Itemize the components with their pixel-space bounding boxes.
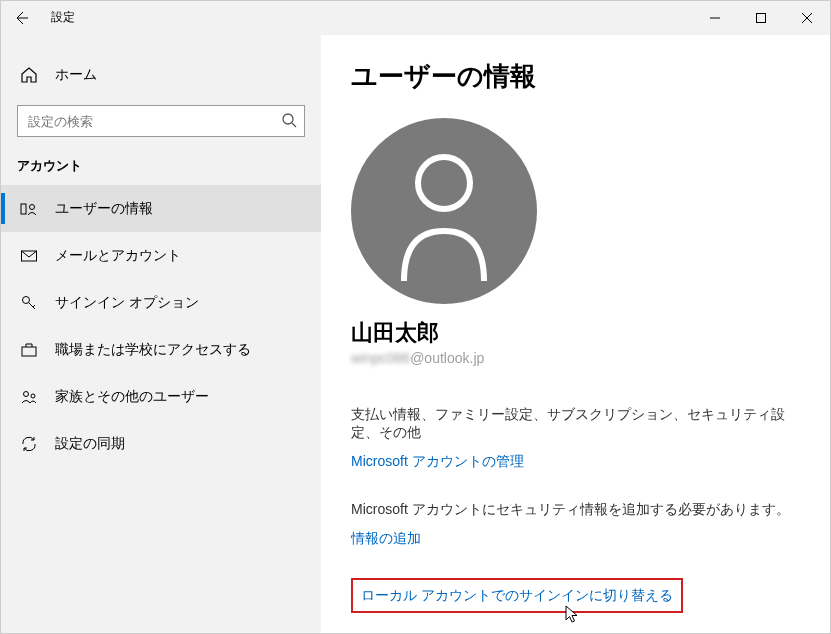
account-block: 支払い情報、ファミリー設定、サブスクリプション、セキュリティ設定、その他 Mic… <box>351 406 800 471</box>
svg-point-9 <box>23 296 30 303</box>
security-block: Microsoft アカウントにセキュリティ情報を追加する必要があります。 情報… <box>351 501 800 548</box>
svg-rect-1 <box>757 13 766 22</box>
user-email: winpc086@outlook.jp <box>351 350 800 366</box>
home-icon <box>17 66 41 84</box>
key-icon <box>17 294 41 312</box>
sidebar-item-sync[interactable]: 設定の同期 <box>1 420 321 467</box>
back-button[interactable] <box>1 1 41 35</box>
content: ユーザーの情報 山田太郎 winpc086@outlook.jp 支払い情報、フ… <box>321 35 830 633</box>
nav: ユーザーの情報 メールとアカウント サインイン オプション 職場または学校にアク… <box>1 185 321 467</box>
svg-line-11 <box>33 305 35 307</box>
nav-label: メールとアカウント <box>55 247 181 265</box>
local-account-link[interactable]: ローカル アカウントでのサインインに切り替える <box>361 587 673 605</box>
sync-icon <box>17 435 41 453</box>
manage-account-link[interactable]: Microsoft アカウントの管理 <box>351 453 524 471</box>
search-wrap <box>17 105 305 137</box>
mail-icon <box>17 247 41 265</box>
home-label: ホーム <box>55 66 97 84</box>
svg-point-13 <box>24 391 29 396</box>
close-icon <box>802 13 812 23</box>
svg-point-15 <box>418 157 470 209</box>
maximize-button[interactable] <box>738 1 784 35</box>
user-name: 山田太郎 <box>351 318 800 348</box>
minimize-icon <box>710 13 720 23</box>
main: ホーム アカウント ユーザーの情報 メールとアカウント サインイン オプション … <box>1 35 830 633</box>
nav-label: 家族とその他のユーザー <box>55 388 209 406</box>
email-suffix: @outlook.jp <box>410 350 484 366</box>
sidebar-item-email-accounts[interactable]: メールとアカウント <box>1 232 321 279</box>
person-icon <box>389 141 499 281</box>
sidebar-item-signin-options[interactable]: サインイン オプション <box>1 279 321 326</box>
sidebar-item-family[interactable]: 家族とその他のユーザー <box>1 373 321 420</box>
people-icon <box>17 388 41 406</box>
search-icon <box>281 112 297 132</box>
sidebar-item-work-school[interactable]: 職場または学校にアクセスする <box>1 326 321 373</box>
security-desc: Microsoft アカウントにセキュリティ情報を追加する必要があります。 <box>351 501 800 519</box>
svg-rect-6 <box>21 204 26 214</box>
sidebar-item-user-info[interactable]: ユーザーの情報 <box>1 185 321 232</box>
titlebar: 設定 <box>1 1 830 35</box>
add-info-link[interactable]: 情報の追加 <box>351 530 421 548</box>
close-button[interactable] <box>784 1 830 35</box>
page-title: ユーザーの情報 <box>351 59 800 94</box>
highlight-box: ローカル アカウントでのサインインに切り替える <box>351 578 683 613</box>
user-icon <box>17 200 41 218</box>
avatar <box>351 118 537 304</box>
svg-line-5 <box>292 123 296 127</box>
home-button[interactable]: ホーム <box>1 53 321 97</box>
svg-rect-12 <box>22 347 36 356</box>
svg-point-7 <box>30 204 35 209</box>
cursor-icon <box>565 605 581 625</box>
nav-label: 設定の同期 <box>55 435 125 453</box>
email-prefix: winpc086 <box>351 350 410 366</box>
window-title: 設定 <box>51 9 75 26</box>
svg-point-4 <box>283 114 293 124</box>
search-input[interactable] <box>17 105 305 137</box>
briefcase-icon <box>17 341 41 359</box>
svg-point-14 <box>31 394 35 398</box>
back-arrow-icon <box>13 10 29 26</box>
maximize-icon <box>756 13 766 23</box>
nav-label: ユーザーの情報 <box>55 200 153 218</box>
window-controls <box>692 1 830 35</box>
account-desc: 支払い情報、ファミリー設定、サブスクリプション、セキュリティ設定、その他 <box>351 406 800 442</box>
nav-label: サインイン オプション <box>55 294 199 312</box>
category-label: アカウント <box>1 157 321 185</box>
sidebar: ホーム アカウント ユーザーの情報 メールとアカウント サインイン オプション … <box>1 35 321 633</box>
nav-label: 職場または学校にアクセスする <box>55 341 251 359</box>
minimize-button[interactable] <box>692 1 738 35</box>
